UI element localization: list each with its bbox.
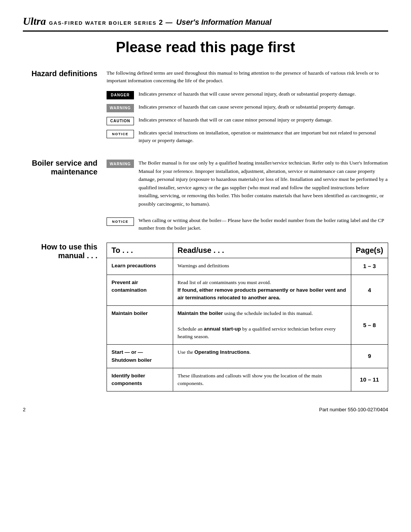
to-start-text: Start — or — Shutdown boiler [112,349,152,363]
readuse-prevent-intro: Read list of air contaminants you must a… [178,280,271,285]
readuse-identify-text: These illustrations and callouts will sh… [178,373,322,386]
pages-cell-identify: 10 – 11 [351,368,388,391]
pages-identify: 10 – 11 [360,376,379,383]
hazard-intro-text: The following defined terms are used thr… [107,69,388,85]
readuse-prevent-bold: If found, either remove products permane… [178,287,346,300]
col-pages-header: Page(s) [351,243,388,258]
to-maintain-text: Maintain boiler [112,310,148,316]
readuse-maintain-intro2: Schedule an [178,326,204,332]
boiler-notice-block: NOTICE When calling or writing about the… [107,217,388,232]
header-info-label: User's Information Manual [176,18,271,27]
hazard-section-heading: Hazard definitions [23,69,97,78]
readuse-cell-maintain: Maintain the boiler using the schedule i… [173,306,351,345]
hazard-definitions-section: Hazard definitions The following defined… [23,69,388,148]
table-row: Learn precautions Warnings and definitio… [107,258,388,275]
header-gas-fired: GAS-FIRED WATER BOILER SERIES [49,20,157,26]
boiler-notice-text: When calling or writing about the boiler… [139,217,388,232]
pages-prevent: 4 [368,287,371,293]
notice-badge: NOTICE [107,130,134,138]
readuse-start-bold: Operating Instructions [194,349,250,355]
boiler-warning-text: The Boiler manual is for use only by a q… [139,159,388,208]
boiler-service-section: Boiler service and maintenance WARNING T… [23,159,388,232]
to-cell-identify: Identify boiler components [107,368,173,391]
to-prevent-text: Prevent air contamination [112,280,147,293]
header-series-number: 2 [159,19,163,26]
warning-badge: WARNING [107,104,134,112]
how-label-area: How to use this manual . . . [23,243,107,391]
readuse-cell-start: Use the Operating Instructions. [173,345,351,368]
to-cell-start: Start — or — Shutdown boiler [107,345,173,368]
table-row: Prevent air contamination Read list of a… [107,275,388,306]
notice-text: Indicates special instructions on instal… [139,129,388,145]
header-subtitle: GAS-FIRED WATER BOILER SERIES 2 — [49,19,173,27]
readuse-maintain-bold2: annual start-up [204,326,241,332]
boiler-warning-block: WARNING The Boiler manual is for use onl… [107,159,388,208]
readuse-learn-text: Warnings and definitions [178,263,229,268]
hazard-row-warning: WARNING Indicates presence of hazards th… [107,103,388,112]
hazard-label-area: Hazard definitions [23,69,107,148]
col-to-header: To . . . [107,243,173,258]
to-identify-text: Identify boiler components [112,373,145,386]
to-cell-learn: Learn precautions [107,258,173,275]
danger-text: Indicates presence of hazards that will … [139,90,388,98]
how-to-use-section: How to use this manual . . . To . . . Re… [23,243,388,391]
hazard-row-notice: NOTICE Indicates special instructions on… [107,129,388,145]
warning-text: Indicates presence of hazards that can c… [139,103,388,111]
boiler-label-area: Boiler service and maintenance [23,159,107,232]
how-to-use-table: To . . . Read/use . . . Page(s) Learn pr… [107,243,388,391]
caution-text: Indicates presence of hazards that will … [139,116,388,124]
hazard-row-caution: CAUTION Indicates presence of hazards th… [107,116,388,125]
boiler-section-heading: Boiler service and maintenance [23,159,97,176]
hazard-row-danger: DANGER Indicates presence of hazards tha… [107,90,388,99]
readuse-maintain-rest1: using the schedule included in this manu… [223,310,313,316]
readuse-cell-learn: Warnings and definitions [173,258,351,275]
readuse-cell-identify: These illustrations and callouts will sh… [173,368,351,391]
how-section-heading: How to use this manual . . . [23,243,97,260]
ultra-logo: Ultra [23,15,46,27]
readuse-start-end: . [250,349,251,355]
to-cell-maintain: Maintain boiler [107,306,173,345]
pages-cell-learn: 1 – 3 [351,258,388,275]
header-dash: — [166,19,173,26]
pages-cell-start: 9 [351,345,388,368]
page-footer: 2 Part number 550-100-027/0404 [23,407,388,412]
page-title: Please read this page first [23,39,388,56]
top-divider [23,30,388,32]
danger-badge: DANGER [107,91,134,99]
table-row: Start — or — Shutdown boiler Use the Ope… [107,345,388,368]
boiler-notice-badge: NOTICE [107,217,134,226]
page-header: Ultra GAS-FIRED WATER BOILER SERIES 2 — … [23,15,388,27]
to-cell-prevent: Prevent air contamination [107,275,173,306]
readuse-start-intro: Use the [178,349,194,355]
pages-maintain: 5 – 8 [363,322,376,328]
hazard-body: The following defined terms are used thr… [107,69,388,148]
readuse-cell-prevent: Read list of air contaminants you must a… [173,275,351,306]
caution-badge: CAUTION [107,117,134,125]
boiler-warning-badge: WARNING [107,160,134,168]
footer-page-number: 2 [23,407,25,412]
pages-cell-prevent: 4 [351,275,388,306]
table-row: Identify boiler components These illustr… [107,368,388,391]
pages-start: 9 [368,353,371,359]
table-row: Maintain boiler Maintain the boiler usin… [107,306,388,345]
readuse-maintain-bold1: Maintain the boiler [178,310,223,316]
footer-part-number: Part number 550-100-027/0404 [319,407,388,412]
table-header-row: To . . . Read/use . . . Page(s) [107,243,388,258]
pages-cell-maintain: 5 – 8 [351,306,388,345]
to-learn-text: Learn precautions [112,263,156,268]
boiler-body: WARNING The Boiler manual is for use onl… [107,159,388,232]
pages-learn: 1 – 3 [363,263,376,269]
col-readuse-header: Read/use . . . [173,243,351,258]
